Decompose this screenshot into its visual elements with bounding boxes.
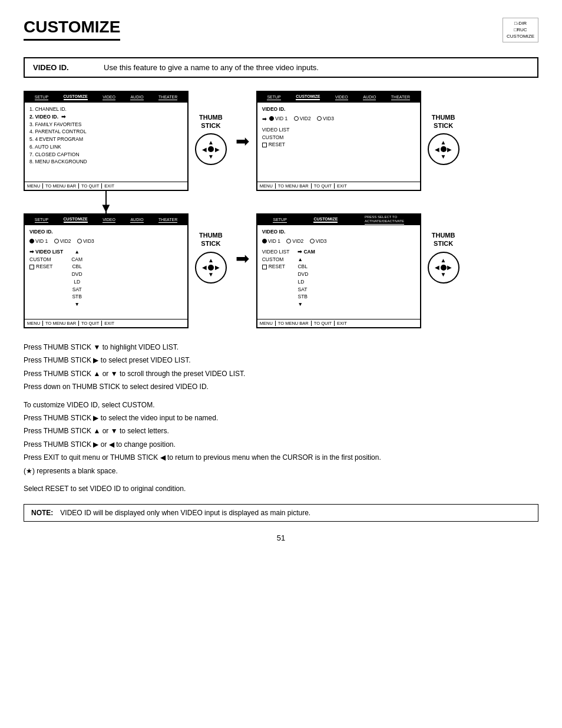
connector-section: ▼ — [24, 191, 538, 213]
s3-reset-chk — [29, 265, 34, 269]
s3-vid3-radio — [77, 239, 82, 243]
instr-2: Press THUMB STICK ▶ to select preset VID… — [24, 354, 538, 366]
screen-2-bottombar: MENU TO MENU BAR TO QUIT EXIT — [257, 182, 420, 190]
thumb-circle-4[interactable]: ▲ ◀ ▶ ▼ — [428, 252, 459, 284]
arrow-right-2: ➡ — [236, 249, 249, 268]
video-id-banner: VIDEO ID. Use this feature to give a nam… — [24, 57, 538, 78]
screen-3-body: VIDEO ID. VID 1 VID2 VID3 ➡VIDEO LIST CU… — [25, 225, 187, 321]
s4-vid3-radio — [310, 239, 315, 243]
instr-3: Press THUMB STICK ▲ or ▼ to scroll throu… — [24, 368, 538, 380]
screen-row-2: SETUP CUSTOMIZE VIDEO AUDIO THEATER VIDE… — [24, 213, 538, 328]
page-number: 51 — [24, 533, 538, 542]
s4-vid1-radio — [262, 239, 267, 243]
screen-2-body: VIDEO ID. ➡ VID 1 VID2 VID3 VIDEO LIST C… — [257, 103, 420, 162]
thumb-label-3: THUMBSTICK — [199, 231, 223, 248]
thumb-stick-1: ▲ ◀ ▶ ▼ — [195, 133, 227, 165]
screen-3-topbar: SETUP CUSTOMIZE VIDEO AUDIO THEATER — [25, 215, 187, 225]
note-text: VIDEO ID will be displayed only when VID… — [60, 509, 310, 517]
instr-10: (★) represents a blank space. — [24, 465, 538, 477]
instr-9: Press EXIT to quit menu or THUMB STICK ◀… — [24, 452, 538, 463]
note-label: NOTE: — [31, 509, 53, 517]
thumb-circle-3[interactable]: ▲ ◀ ▶ ▼ — [195, 252, 227, 284]
top-icon: □-DIR □RUC CUSTOMIZE — [503, 18, 538, 42]
instr-1: Press THUMB STICK ▼ to highlight VIDEO L… — [24, 341, 538, 353]
s3-vid2-radio — [54, 239, 59, 243]
thumb-label-2: THUMBSTICK — [432, 113, 455, 130]
arrow-right-1: ➡ — [236, 131, 249, 151]
s3-vid1-radio — [29, 239, 34, 243]
screen-2-topbar: SETUP CUSTOMIZE VIDEO AUDIO THEATER — [257, 92, 420, 103]
vid3-radio — [317, 116, 322, 121]
screen-1: SETUP CUSTOMIZE VIDEO AUDIO THEATER 1. C… — [24, 91, 189, 191]
screen-4-topbar: SETUP CUSTOMIZE PRESS SELECT TOACTIVATE/… — [257, 215, 420, 225]
instr-7: Press THUMB STICK ▲ or ▼ to select lette… — [24, 425, 538, 437]
screen-4-bottombar: MENU TO MENU BAR TO QUIT EXIT — [257, 319, 420, 327]
reset-checkbox — [262, 143, 267, 147]
screen-3-bottombar: MENU TO MENU BAR TO QUIT EXIT — [25, 319, 187, 327]
diagram-container: SETUP CUSTOMIZE VIDEO AUDIO THEATER 1. C… — [24, 91, 538, 328]
screen-1-bottombar: MENU TO MENU BAR TO QUIT EXIT — [25, 182, 187, 190]
vid2-radio — [294, 116, 299, 121]
thumb-label-4: THUMBSTICK — [432, 231, 455, 248]
thumb-circle-2[interactable]: ▲ ◀ ▶ ▼ — [428, 133, 459, 165]
video-id-desc: Use this feature to give a name to any o… — [104, 63, 319, 72]
instr-11: Select RESET to set VIDEO ID to original… — [24, 483, 538, 495]
instr-6: Press THUMB STICK ▶ to select the video … — [24, 412, 538, 424]
screen-4-body: VIDEO ID. VID 1 VID2 VID3 VIDEO LIST CUS… — [257, 225, 420, 321]
screen-1-body: 1. CHANNEL ID. 2. VIDEO ID. ➡ 3. FAMILY … — [25, 103, 187, 179]
screen-row-1: SETUP CUSTOMIZE VIDEO AUDIO THEATER 1. C… — [24, 91, 538, 191]
s4-vid2-radio — [286, 239, 291, 243]
thumb-stick-4-group: THUMBSTICK ▲ ◀ ▶ ▼ — [426, 231, 461, 287]
thumb-stick-3: ▲ ◀ ▶ ▼ — [195, 252, 227, 284]
thumb-stick-3-group: THUMBSTICK ▲ ◀ ▶ ▼ — [193, 231, 229, 287]
page-title: CUSTOMIZE — [24, 18, 120, 41]
note-box: NOTE: VIDEO ID will be displayed only wh… — [24, 504, 538, 522]
thumb-stick-2: ▲ ◀ ▶ ▼ — [428, 133, 459, 165]
instr-8: Press THUMB STICK ▶ or ◀ to change posit… — [24, 439, 538, 450]
screen-2: SETUP CUSTOMIZE VIDEO AUDIO THEATER VIDE… — [256, 91, 421, 191]
s4-reset-chk — [262, 265, 267, 269]
screen-3: SETUP CUSTOMIZE VIDEO AUDIO THEATER VIDE… — [24, 213, 189, 328]
instr-4: Press down on THUMB STICK to select desi… — [24, 381, 538, 393]
thumb-label-1: THUMBSTICK — [199, 113, 223, 130]
screen-4: SETUP CUSTOMIZE PRESS SELECT TOACTIVATE/… — [256, 213, 421, 328]
thumb-stick-1-group: THUMBSTICK ▲ ◀ ▶ ▼ — [193, 113, 229, 169]
vid1-radio — [269, 116, 274, 121]
thumb-stick-4: ▲ ◀ ▶ ▼ — [428, 252, 459, 284]
video-id-label: VIDEO ID. — [33, 63, 92, 72]
instr-5: To customize VIDEO ID, select CUSTOM. — [24, 399, 538, 411]
screen-1-topbar: SETUP CUSTOMIZE VIDEO AUDIO THEATER — [25, 92, 187, 103]
thumb-stick-2-group: THUMBSTICK ▲ ◀ ▶ ▼ — [426, 113, 461, 169]
instructions-section: Press THUMB STICK ▼ to highlight VIDEO L… — [24, 341, 538, 495]
thumb-circle-1[interactable]: ▲ ◀ ▶ ▼ — [195, 133, 227, 165]
